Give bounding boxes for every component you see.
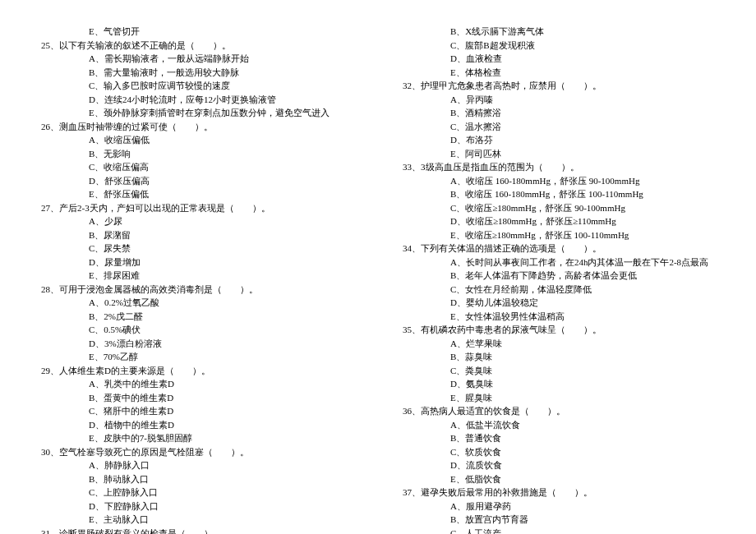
- option: D、植物中的维生素D: [41, 418, 353, 432]
- right-column: B、X线示膈下游离气体 C、腹部B超发现积液 D、血液检查 E、体格检查 32、…: [403, 25, 715, 534]
- option: A、长时间从事夜间工作者，在24h内其体温一般在下午2-8点最高: [403, 255, 715, 269]
- option: A、烂苹果味: [403, 337, 715, 351]
- question: 36、高热病人最适宜的饮食是（ ）。: [403, 404, 715, 418]
- option: A、服用避孕药: [403, 499, 715, 513]
- option: C、收缩压偏高: [41, 160, 353, 174]
- option: C、腹部B超发现积液: [403, 39, 715, 53]
- option: E、舒张压偏低: [41, 187, 353, 201]
- page-columns: E、气管切开 25、以下有关输液的叙述不正确的是（ ）。 A、需长期输液者，一般…: [41, 25, 715, 534]
- question: 26、测血压时袖带缠的过紧可使（ ）。: [41, 120, 353, 134]
- option: E、排尿困难: [41, 269, 353, 283]
- option: C、输入多巴胺时应调节较慢的速度: [41, 79, 353, 93]
- option: B、X线示膈下游离气体: [403, 25, 715, 39]
- option: B、需大量输液时，一般选用较大静脉: [41, 66, 353, 80]
- question: 32、护理甲亢危象患者高热时，应禁用（ ）。: [403, 79, 715, 93]
- option: C、粪臭味: [403, 364, 715, 378]
- option: A、低盐半流饮食: [403, 418, 715, 432]
- option: E、收缩压≥180mmHg，舒张压 100-110mmHg: [403, 228, 715, 242]
- option: E、阿司匹林: [403, 147, 715, 161]
- option: D、氨臭味: [403, 377, 715, 391]
- option: B、收缩压 160-180mmHg，舒张压 100-110mmHg: [403, 187, 715, 201]
- option: B、放置宫内节育器: [403, 513, 715, 527]
- option: B、酒精擦浴: [403, 106, 715, 120]
- option: D、连续24小时轮流时，应每12小时更换输液管: [41, 93, 353, 107]
- option: C、女性在月经前期，体温轻度降低: [403, 283, 715, 297]
- option: A、0.2%过氧乙酸: [41, 296, 353, 310]
- option: B、2%戊二醛: [41, 310, 353, 324]
- question: 25、以下有关输液的叙述不正确的是（ ）。: [41, 39, 353, 53]
- option: A、收缩压 160-180mmHg，舒张压 90-100mmHg: [403, 174, 715, 188]
- option: D、婴幼儿体温较稳定: [403, 296, 715, 310]
- option: E、主动脉入口: [41, 513, 353, 527]
- option: B、普通饮食: [403, 431, 715, 445]
- option: C、收缩压≥180mmHg，舒张压 90-100mmHg: [403, 201, 715, 215]
- option: D、收缩压≥180mmHg，舒张压≥110mmHg: [403, 214, 715, 228]
- left-column: E、气管切开 25、以下有关输液的叙述不正确的是（ ）。 A、需长期输液者，一般…: [41, 25, 353, 534]
- question: 37、避孕失败后最常用的补救措施是（ ）。: [403, 486, 715, 499]
- option: C、猪肝中的维生素D: [41, 404, 353, 418]
- option: B、老年人体温有下降趋势，高龄者体温会更低: [403, 269, 715, 283]
- option: C、尿失禁: [41, 242, 353, 255]
- option: E、颈外静脉穿刺插管时在穿刺点加压数分钟，避免空气进入: [41, 106, 353, 120]
- option: A、收缩压偏低: [41, 133, 353, 147]
- option: A、少尿: [41, 214, 353, 228]
- option: E、女性体温较男性体温稍高: [403, 310, 715, 324]
- option: C、温水擦浴: [403, 120, 715, 134]
- option: E、腥臭味: [403, 391, 715, 405]
- option: C、上腔静脉入口: [41, 486, 353, 499]
- option: A、需长期输液者，一般从远端静脉开始: [41, 52, 353, 66]
- option: C、0.5%碘伏: [41, 323, 353, 337]
- option: B、肺动脉入口: [41, 472, 353, 486]
- option: D、布洛芬: [403, 133, 715, 147]
- option: A、肺静脉入口: [41, 458, 353, 472]
- option: E、70%乙醇: [41, 350, 353, 364]
- option: B、尿潴留: [41, 228, 353, 242]
- option: D、尿量增加: [41, 255, 353, 269]
- question: 31、诊断胃肠破裂有意义的检查是（ ）。: [41, 527, 353, 535]
- option: B、蛋黄中的维生素D: [41, 391, 353, 405]
- option: D、3%漂白粉溶液: [41, 337, 353, 351]
- question: 33、3级高血压是指血压的范围为（ ）。: [403, 160, 715, 174]
- option: B、蒜臭味: [403, 350, 715, 364]
- option: D、舒张压偏高: [41, 174, 353, 188]
- option: C、软质饮食: [403, 445, 715, 459]
- option: D、血液检查: [403, 52, 715, 66]
- option: D、流质饮食: [403, 458, 715, 472]
- question: 29、人体维生素D的主要来源是（ ）。: [41, 364, 353, 378]
- question: 28、可用于浸泡金属器械的高效类消毒剂是（ ）。: [41, 283, 353, 297]
- option: E、气管切开: [41, 25, 353, 39]
- option: E、低脂饮食: [403, 472, 715, 486]
- question: 35、有机磷农药中毒患者的尿液气味呈（ ）。: [403, 323, 715, 337]
- option: E、体格检查: [403, 66, 715, 80]
- question: 30、空气栓塞导致死亡的原因是气栓阻塞（ ）。: [41, 445, 353, 459]
- question: 34、下列有关体温的描述正确的选项是（ ）。: [403, 242, 715, 255]
- option: B、无影响: [41, 147, 353, 161]
- option: C、人工流产: [403, 527, 715, 535]
- option: D、下腔静脉入口: [41, 499, 353, 513]
- question: 27、产后2-3天内，产妇可以出现的正常表现是（ ）。: [41, 201, 353, 215]
- option: A、异丙嗪: [403, 93, 715, 107]
- option: E、皮肤中的7-脱氢胆固醇: [41, 431, 353, 445]
- option: A、乳类中的维生素D: [41, 377, 353, 391]
